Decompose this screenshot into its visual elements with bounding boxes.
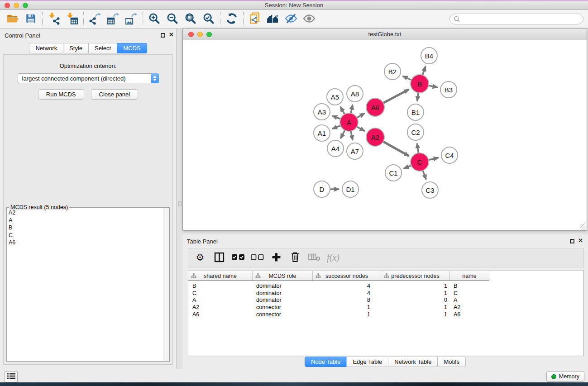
tab-motifs[interactable]: Motifs [437,357,466,367]
show-all-views-button[interactable] [264,11,282,27]
node-C[interactable]: C [410,152,429,172]
zoom-in-button[interactable] [145,11,163,27]
node-B4[interactable]: B4 [421,47,438,64]
table-cell[interactable]: A6 [450,311,489,318]
export-table-button[interactable] [104,11,122,27]
table-cell[interactable]: 1 [381,304,450,310]
network-minimize-button[interactable] [197,32,203,37]
node-A6[interactable]: A6 [366,98,385,117]
tab-node-table[interactable]: Node Table [305,357,347,367]
table-row[interactable]: A6connector11A6 [188,311,583,318]
table-cell[interactable]: A [188,297,253,303]
deselect-all-button[interactable] [249,250,265,266]
node-A7[interactable]: A7 [346,143,363,160]
mcds-result-item[interactable]: A2 [9,209,162,217]
node-B3[interactable]: B3 [440,81,457,98]
delete-button[interactable] [287,250,303,266]
table-cell[interactable]: A2 [450,304,489,310]
hide-selected-button[interactable] [282,11,300,27]
run-mcds-button[interactable]: Run MCDS [38,89,84,100]
tab-edge-table[interactable]: Edge Table [346,357,388,367]
table-panel-close-icon[interactable]: ✕ [578,237,583,244]
zoom-fit-button[interactable] [182,11,200,27]
zoom-selected-button[interactable] [200,11,218,27]
apply-layout-button[interactable] [223,11,241,27]
tab-network-table[interactable]: Network Table [388,357,438,367]
column-header-shared-name[interactable]: shared name [188,271,253,281]
table-cell[interactable]: A [450,297,489,303]
close-panel-button[interactable]: Close panel [91,89,139,100]
settings-button[interactable]: ⚙ [192,250,208,266]
column-header-successor-nodes[interactable]: successor nodes [313,271,381,281]
network-zoom-button[interactable] [206,32,212,37]
delete-table-button[interactable] [306,250,322,266]
table-cell[interactable]: B [188,283,253,289]
export-image-button[interactable] [122,11,140,27]
node-C4[interactable]: C4 [441,147,458,164]
table-panel-float-icon[interactable] [570,239,574,243]
select-all-button[interactable] [230,250,246,266]
import-table-button[interactable] [63,11,81,27]
control-panel-close-icon[interactable]: ✕ [169,31,174,38]
search-input[interactable] [449,14,583,24]
node-A2[interactable]: A2 [366,128,385,147]
save-button[interactable] [22,11,40,27]
node-A1[interactable]: A1 [313,124,330,142]
mcds-result-item[interactable]: B [9,224,162,232]
mcds-result-item[interactable]: A [9,217,162,224]
table-cell[interactable]: 1 [381,283,450,289]
window-resize-grip[interactable] [580,224,586,230]
table-cell[interactable]: 1 [313,304,381,310]
panel-divider-grip[interactable] [178,201,182,206]
table-row[interactable]: Bdominator41B [188,282,583,290]
show-selected-button[interactable] [300,11,318,27]
close-window-button[interactable] [5,3,10,8]
open-button[interactable] [4,11,22,27]
add-button[interactable] [268,250,284,266]
tab-mcds[interactable]: MCDS [117,43,147,53]
node-D1[interactable]: D1 [342,181,359,198]
table-cell[interactable]: dominator [253,283,313,289]
table-cell[interactable]: C [188,290,253,296]
table-cell[interactable]: dominator [253,297,313,303]
import-network-button[interactable] [45,11,63,27]
node-C3[interactable]: C3 [421,181,439,199]
table-row[interactable]: Adominator80A [188,297,583,304]
node-C2[interactable]: C2 [407,124,424,141]
table-cell[interactable]: A2 [188,304,253,310]
table-cell[interactable]: C [450,290,489,296]
table-cell[interactable]: connector [253,304,313,310]
table-row[interactable]: A2connector11A2 [188,304,583,311]
column-header-name[interactable]: name [450,271,489,281]
table-cell[interactable]: dominator [253,290,313,296]
new-network-from-selection-button[interactable] [246,11,264,27]
table-cell[interactable]: 1 [381,311,450,318]
table-cell[interactable]: 4 [313,283,381,289]
node-A4[interactable]: A4 [327,140,344,157]
result-scrollbar[interactable] [163,208,169,361]
node-A5[interactable]: A5 [326,88,344,105]
table-cell[interactable]: connector [253,311,313,318]
mcds-result-item[interactable]: C [9,232,162,239]
tab-select[interactable]: Select [88,43,117,53]
tab-network[interactable]: Network [29,43,63,53]
show-panels-button[interactable] [5,371,18,382]
node-B[interactable]: B [410,74,429,93]
network-window-titlebar[interactable]: testGlobe.txt [183,29,587,40]
column-header-mcds-role[interactable]: MCDS role [253,271,313,281]
function-builder-button[interactable]: f(x) [325,250,341,266]
control-panel-float-icon[interactable] [161,33,165,38]
table-cell[interactable]: 8 [313,297,381,303]
table-cell[interactable]: 0 [381,297,450,303]
table-cell[interactable]: 4 [313,290,381,296]
table-cell[interactable]: 1 [381,290,450,296]
zoom-out-button[interactable] [163,11,182,27]
criterion-select[interactable]: largest connected component (directed) [18,73,159,83]
node-B2[interactable]: B2 [384,63,401,80]
show-columns-button[interactable] [211,250,227,266]
node-A3[interactable]: A3 [313,103,330,120]
network-canvas[interactable]: AA1A2A3A4A5A6A7A8BB1B2B3B4CC1C2C3C4DD1 [183,41,587,230]
memory-button[interactable]: Memory [546,371,584,382]
table-row[interactable]: Cdominator41C [188,290,583,297]
mcds-result-item[interactable]: A6 [9,239,162,247]
